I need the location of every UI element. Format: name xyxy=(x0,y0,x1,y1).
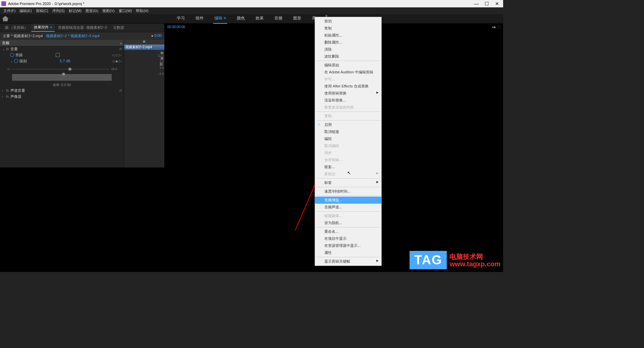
context-menu-item[interactable]: 速度/持续时间... xyxy=(315,188,381,195)
context-menu-item[interactable]: 音频声道... xyxy=(315,204,381,211)
home-icon[interactable] xyxy=(2,16,9,21)
context-menu-item[interactable]: 在 Adobe Audition 中编辑剪辑 xyxy=(315,69,381,76)
ec-footer-time: 00:00:00:00 xyxy=(167,25,185,29)
tab-effect-controls[interactable]: 效果控件≡ xyxy=(31,23,55,32)
context-menu-item[interactable]: 属性 xyxy=(315,249,381,256)
menu-view[interactable]: 视图(V) xyxy=(100,8,117,13)
tab-audio-mixer[interactable]: 音频剪辑混合器: 视频素材2~2 xyxy=(55,24,110,31)
maximize-icon[interactable]: ☐ xyxy=(485,1,489,6)
context-menu-item[interactable]: 在项目中显示 xyxy=(315,235,381,242)
menu-file[interactable]: 文件(F) xyxy=(1,8,17,13)
reset-icon[interactable]: ↺ xyxy=(119,89,122,92)
context-menu-item[interactable]: 粘贴属性... xyxy=(315,32,381,39)
context-menu-item[interactable]: 剪切 xyxy=(315,18,381,25)
minimize-icon[interactable]: — xyxy=(474,1,479,6)
workspace-learning[interactable]: 学习 xyxy=(175,13,186,24)
context-menu-item[interactable]: 清除 xyxy=(315,46,381,53)
context-menu-item[interactable]: 波纹删除 xyxy=(315,53,381,60)
clip-context-menu: 剪切复制粘贴属性...删除属性...清除波纹删除编辑原始在 Adobe Audi… xyxy=(315,17,382,266)
context-menu-item[interactable]: ✓启用 xyxy=(315,121,381,128)
context-menu-item[interactable]: 渲染和替换... xyxy=(315,97,381,104)
menu-bar: 文件(F) 编辑(E) 剪辑(C) 序列(S) 标记(M) 图形(G) 视图(V… xyxy=(0,7,503,14)
effect-panner[interactable]: ›fx 声像器 xyxy=(0,93,124,99)
audio-section-header: 音频 ▴ xyxy=(0,40,124,46)
context-menu-item[interactable]: 使用剪辑替换▶ xyxy=(315,90,381,97)
context-menu-item: 恢复未渲染的内容 xyxy=(315,104,381,111)
workspace-bar: 学习 组件 编辑 ≡ 颜色 效果 音频 图形 库 » xyxy=(0,14,503,23)
menu-sequence[interactable]: 序列(S) xyxy=(50,8,67,13)
context-menu-item: 合并剪辑... xyxy=(315,156,381,163)
menu-window[interactable]: 窗口(W) xyxy=(117,8,134,13)
menu-graphics[interactable]: 图形(G) xyxy=(84,8,100,13)
workspace-effects[interactable]: 效果 xyxy=(254,13,265,24)
close-icon[interactable]: ✕ xyxy=(495,1,499,6)
effect-controls-timeline[interactable]: 视频素材2~2.mp4 15.0 1.0 1.0 -1.0 ⊞ ⊞ ⊟ ⊞ xyxy=(124,40,164,167)
stopwatch-icon[interactable] xyxy=(14,59,18,63)
context-menu-item[interactable]: 嵌套... xyxy=(315,163,381,170)
workspace-graphics[interactable]: 图形 xyxy=(292,13,303,24)
tab-source[interactable]: 源:（无剪辑） xyxy=(2,24,31,31)
context-menu-item[interactable]: 重命名... xyxy=(315,228,381,235)
mouse-cursor-icon: ↖ xyxy=(347,170,351,176)
effect-volume[interactable]: ⌄fx 音量 ↺ xyxy=(0,46,124,52)
context-menu-item[interactable]: 复制 xyxy=(315,25,381,32)
menu-clip[interactable]: 剪辑(C) xyxy=(34,8,50,13)
context-menu-item: 取消编组 xyxy=(315,142,381,149)
title-bar: Adobe Premiere Pro 2020 - D:\pr\work.prp… xyxy=(0,0,503,7)
context-menu-item: 复制 xyxy=(315,113,381,120)
context-menu-item[interactable]: 取消链接 xyxy=(315,128,381,135)
volume-bypass[interactable]: 旁路 ◁ ◇ ▷ xyxy=(0,52,124,58)
app-logo-icon xyxy=(1,1,6,6)
context-menu-item[interactable]: 删除属性... xyxy=(315,39,381,46)
level-value[interactable]: 5.7 dB xyxy=(60,59,70,63)
project-path: D:\pr\work.prproj * xyxy=(55,2,85,6)
ec-tools[interactable]: ▸▶ ⬚ xyxy=(492,25,500,29)
menu-help[interactable]: 帮助(H) xyxy=(134,8,150,13)
context-menu-item[interactable]: 标签▶ xyxy=(315,179,381,186)
context-menu-item: 同步 xyxy=(315,149,381,156)
volume-level[interactable]: ⌄ 级别 5.7 dB ◁ ◆ ▷ xyxy=(0,58,124,64)
context-menu-item[interactable]: 编辑原始 xyxy=(315,62,381,69)
context-menu-item[interactable]: 编组 xyxy=(315,135,381,142)
stopwatch-icon[interactable] xyxy=(10,53,14,57)
context-menu-item[interactable]: 音频增益... xyxy=(315,197,381,204)
effect-controls-header: 主要 * 视频素材2~2.mp4 视频素材2~2 * 视频素材2~2.mp4 ▸… xyxy=(0,32,164,40)
tab-metadata[interactable]: 元数据 xyxy=(110,24,127,31)
rate-slider[interactable]: 速率: 0.0 /秒 xyxy=(0,74,124,87)
level-slider[interactable]: -∞ 15.0 xyxy=(0,64,124,74)
context-menu-item[interactable]: 在资源管理器中显示... xyxy=(315,242,381,249)
workspace-assembly[interactable]: 组件 xyxy=(194,13,205,24)
watermark: TAG 电脑技术网www.tagxp.com xyxy=(410,251,500,269)
workspace-editing[interactable]: 编辑 ≡ xyxy=(213,13,227,24)
ec-clip-strip: 视频素材2~2.mp4 xyxy=(124,45,164,50)
effect-channel-volume[interactable]: ›fx 声道音量 ↺ xyxy=(0,87,124,93)
section-toggle-icon[interactable]: ▴ xyxy=(120,41,122,45)
workspace-audio[interactable]: 音频 xyxy=(273,13,284,24)
context-menu-item[interactable]: 显示剪辑关键帧▶ xyxy=(315,258,381,265)
reset-icon[interactable]: ↺ xyxy=(119,47,122,51)
workspace-color[interactable]: 颜色 xyxy=(235,13,246,24)
menu-edit[interactable]: 编辑(E) xyxy=(17,8,34,13)
context-menu-item: 链接媒体... xyxy=(315,212,381,219)
effect-controls-panel: 源:（无剪辑） 效果控件≡ 音频剪辑混合器: 视频素材2~2 元数据 主要 * … xyxy=(0,23,164,167)
menu-marker[interactable]: 标记(M) xyxy=(67,8,84,13)
context-menu-item: 许可... xyxy=(315,76,381,83)
app-title: Adobe Premiere Pro 2020 xyxy=(8,2,51,6)
context-menu-item[interactable]: 设为脱机... xyxy=(315,219,381,226)
context-menu-item[interactable]: 使用 After Effects 合成替换 xyxy=(315,83,381,90)
